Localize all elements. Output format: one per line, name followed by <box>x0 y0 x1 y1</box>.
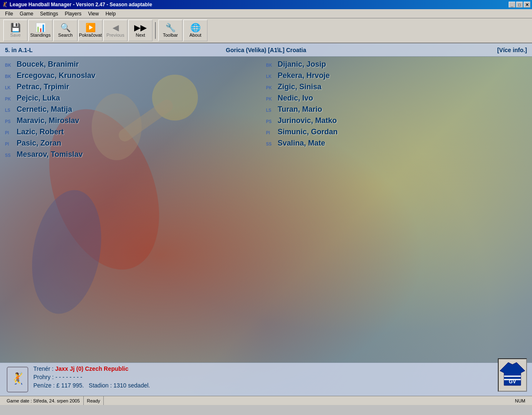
player-name: Mesarov, Tomislav <box>17 150 82 159</box>
title-bar-left: 🤾 League Handball Manager - Version 2.47… <box>2 2 152 8</box>
toolbar-separator <box>155 22 156 39</box>
menu-help[interactable]: Help <box>102 10 119 18</box>
list-item[interactable]: PSJurinovic, Matko <box>266 116 527 125</box>
next-icon: ▶▶ <box>134 23 147 32</box>
list-item[interactable]: SSSvalina, Mate <box>266 139 527 148</box>
toolbar-button[interactable]: 🔧 Toolbar <box>158 20 182 41</box>
window-title: League Handball Manager - Version 2.47 -… <box>10 2 152 8</box>
position-badge: LS <box>5 108 17 113</box>
list-item[interactable]: PKZigic, Sinisa <box>266 83 527 91</box>
menu-settings[interactable]: Settings <box>37 10 61 18</box>
previous-label: Previous <box>107 33 125 38</box>
minimize-button[interactable]: _ <box>509 2 515 8</box>
player-name: Lazic, Robert <box>17 128 64 136</box>
standings-icon: 📊 <box>35 23 46 32</box>
save-button[interactable]: 💾 Save <box>3 20 27 41</box>
header-more-info[interactable]: [Více info.] <box>397 47 527 53</box>
previous-button[interactable]: ◀ Previous <box>103 20 127 41</box>
status-num: NUM <box>512 396 529 405</box>
list-item[interactable]: PSMaravic, Miroslav <box>5 116 266 125</box>
trainer-label: Trenér : <box>33 365 55 372</box>
right-logo: GV <box>498 358 527 392</box>
player-name: Cernetic, Matija <box>17 105 72 114</box>
list-item[interactable]: BKErcegovac, Krunoslav <box>5 71 266 80</box>
menu-view[interactable]: View <box>85 10 102 18</box>
list-item[interactable]: PKNedic, Ivo <box>266 94 527 103</box>
position-badge: SS <box>266 142 278 146</box>
trainer-name: Jaxx Jj (0) Czech Republic <box>55 365 128 372</box>
list-item[interactable]: PIPasic, Zoran <box>5 139 266 148</box>
toolbar: 💾 Save 📊 Standings 🔍 Search ▶️ Pokračova… <box>0 18 532 43</box>
list-item[interactable]: LSTuran, Mario <box>266 105 527 114</box>
left-team: BKBoucek, BranimirBKErcegovac, Krunoslav… <box>5 60 266 161</box>
position-badge: LK <box>5 86 17 90</box>
menu-players[interactable]: Players <box>61 10 85 18</box>
pokracovat-button[interactable]: ▶️ Pokračovat <box>78 20 102 41</box>
player-name: Simunic, Gordan <box>278 128 338 136</box>
previous-icon: ◀ <box>112 23 119 32</box>
player-name: Turan, Mario <box>278 105 322 114</box>
menu-bar: File Game Settings Players View Help <box>0 9 532 18</box>
about-label: About <box>190 33 202 38</box>
app-icon: 🤾 <box>2 2 8 8</box>
title-bar-controls: _ □ ✕ <box>509 2 530 8</box>
pokracovat-icon: ▶️ <box>85 23 96 32</box>
list-item[interactable]: LKPetrac, Trpimir <box>5 83 266 91</box>
money-info-text: Peníze : £ 117 995. Stadion : 1310 sedad… <box>33 382 150 389</box>
players-area: BKBoucek, BranimirBKErcegovac, Krunoslav… <box>0 57 532 165</box>
position-badge: BK <box>5 74 17 79</box>
list-item[interactable]: PKPejcic, Luka <box>5 94 266 103</box>
trainer-info: Trenér : Jaxx Jj (0) Czech Republic <box>33 365 527 372</box>
maximize-button[interactable]: □ <box>516 2 523 8</box>
header-rank: 5. in A.1-L <box>5 47 135 53</box>
standings-button[interactable]: 📊 Standings <box>28 20 52 41</box>
pokracovat-label: Pokračovat <box>79 33 102 38</box>
standings-label: Standings <box>30 33 51 38</box>
shirt-logo: GV <box>500 360 525 390</box>
menu-file[interactable]: File <box>2 10 16 18</box>
next-label: Next <box>136 33 145 38</box>
position-badge: PS <box>5 119 17 124</box>
info-bar: 🤾 Trenér : Jaxx Jj (0) Czech Republic Pr… <box>0 362 532 396</box>
header-bar: 5. in A.1-L Gorica (Velika) [A1\L] Croat… <box>0 43 532 57</box>
position-badge: BK <box>266 63 278 68</box>
position-badge: PK <box>5 97 17 101</box>
bottom-area: 🤾 Trenér : Jaxx Jj (0) Czech Republic Pr… <box>0 362 532 396</box>
player-name: Nedic, Ivo <box>278 94 313 103</box>
list-item[interactable]: PILazic, Robert <box>5 128 266 136</box>
position-badge: PI <box>266 131 278 135</box>
position-badge: PI <box>5 142 17 146</box>
save-label: Save <box>10 33 20 38</box>
svg-text:🤾: 🤾 <box>10 372 25 385</box>
close-button[interactable]: ✕ <box>524 2 530 8</box>
list-item[interactable]: SSMesarov, Tomislav <box>5 150 266 159</box>
player-name: Pekera, Hrvoje <box>278 71 330 80</box>
player-name: Boucek, Branimir <box>17 60 79 69</box>
list-item[interactable]: BKDijanic, Josip <box>266 60 527 69</box>
content-panel: 5. in A.1-L Gorica (Velika) [A1\L] Croat… <box>0 43 532 165</box>
list-item[interactable]: BKBoucek, Branimir <box>5 60 266 69</box>
search-button[interactable]: 🔍 Search <box>53 20 77 41</box>
list-item[interactable]: LKPekera, Hrvoje <box>266 71 527 80</box>
right-team: BKDijanic, JosipLKPekera, HrvojePKZigic,… <box>266 60 527 161</box>
player-name: Maravic, Miroslav <box>17 116 79 125</box>
next-button[interactable]: ▶▶ Next <box>128 20 152 41</box>
list-item[interactable]: PISimunic, Gordan <box>266 128 527 136</box>
menu-game[interactable]: Game <box>16 10 37 18</box>
status-bar: Game date : Středa, 24. srpen 2005 Ready… <box>0 396 532 405</box>
list-item[interactable]: LSCernetic, Matija <box>5 105 266 114</box>
player-name: Pejcic, Luka <box>17 94 60 103</box>
toolbar-icon: 🔧 <box>165 23 176 32</box>
money-info: Peníze : £ 117 995. Stadion : 1310 sedad… <box>33 382 527 389</box>
position-badge: LS <box>266 108 278 113</box>
position-badge: PI <box>5 131 17 135</box>
save-icon: 💾 <box>10 23 21 32</box>
position-badge: LK <box>266 74 278 79</box>
about-button[interactable]: 🌐 About <box>183 20 207 41</box>
player-name: Zigic, Sinisa <box>278 83 322 91</box>
position-badge: PK <box>266 97 278 101</box>
svg-text:GV: GV <box>509 379 516 385</box>
player-name: Petrac, Trpimir <box>17 83 69 91</box>
search-label: Search <box>58 33 73 38</box>
about-icon: 🌐 <box>190 23 201 32</box>
